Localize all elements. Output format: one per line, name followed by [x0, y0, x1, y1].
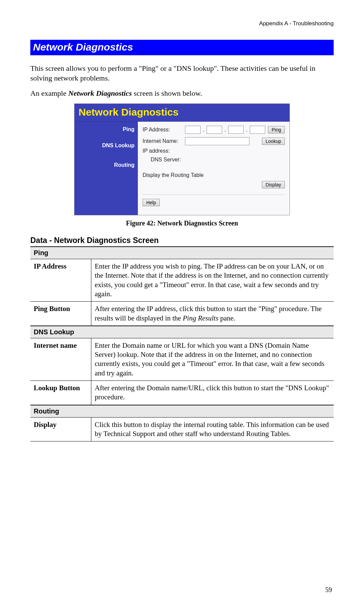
intro-paragraph-1: This screen allows you to perform a "Pin… [30, 63, 334, 83]
data-table-heading: Data - Network Diagnostics Screen [30, 236, 334, 245]
netdiag-title: Network Diagnostics [74, 104, 290, 122]
row-ip-address-val: Enter the IP address you wish to ping. T… [91, 259, 334, 302]
dns-ip-label: IP address: [143, 148, 183, 154]
row-internet-name-val: Enter the Domain name or URL for which y… [91, 338, 334, 380]
row-display-key: Display [30, 417, 91, 441]
side-label-ping: Ping [77, 126, 134, 132]
help-button[interactable]: Help [143, 199, 160, 206]
data-table: Ping IP Address Enter the IP address you… [30, 246, 334, 441]
ip-dot-icon: . [246, 127, 248, 133]
ping-ip-octet-1[interactable] [185, 126, 201, 134]
display-button[interactable]: Display [262, 181, 285, 188]
row-lookup-button-key: Lookup Button [30, 381, 91, 405]
row-ping-button-val: After entering the IP address, click thi… [91, 302, 334, 326]
netdiag-sidebar: Ping DNS Lookup Routing [74, 122, 138, 215]
section-banner: Network Diagnostics [30, 40, 334, 55]
row-ping-button-em: Ping Results [183, 314, 218, 322]
section-dns: DNS Lookup [30, 326, 334, 338]
divider [143, 194, 285, 195]
ping-button[interactable]: Ping [268, 126, 285, 133]
row-display-val: Click this button to display the interna… [91, 417, 334, 441]
ping-ip-octet-3[interactable] [228, 126, 244, 134]
row-lookup-button-val: After entering the Domain name/URL, clic… [91, 381, 334, 405]
dns-name-label: Internet Name: [143, 138, 183, 144]
figure-caption: Figure 42: Network Diagnostics Screen [74, 219, 290, 227]
ip-dot-icon: . [203, 127, 205, 133]
section-routing: Routing [30, 405, 334, 418]
row-ip-address-key: IP Address [30, 259, 91, 302]
figure-network-diagnostics: Network Diagnostics Ping DNS Lookup Rout… [74, 103, 290, 227]
netdiag-main: IP Address: . . . Ping Internet Name: Lo… [138, 122, 290, 215]
intro-p2-em: Network Diagnostics [68, 89, 132, 97]
ping-ip-octet-4[interactable] [250, 126, 265, 134]
dns-server-label: DNS Server: [151, 157, 181, 163]
ping-ip-label: IP Address: [143, 127, 183, 133]
row-internet-name-key: Internet name [30, 338, 91, 380]
ping-ip-octet-2[interactable] [207, 126, 222, 134]
section-ping: Ping [30, 247, 334, 259]
lookup-button[interactable]: Lookup [262, 137, 285, 145]
side-label-dns: DNS Lookup [77, 143, 134, 149]
breadcrumb: Appendix A - Troubleshooting [30, 20, 334, 27]
page-number: 59 [325, 586, 332, 594]
intro-p2-post: screen is shown below. [132, 89, 202, 97]
routing-label: Display the Routing Table [143, 172, 204, 178]
ip-dot-icon: . [224, 127, 226, 133]
row-ping-button-post: pane. [218, 314, 235, 322]
netdiag-window: Network Diagnostics Ping DNS Lookup Rout… [74, 103, 290, 215]
intro-paragraph-2: An example Network Diagnostics screen is… [30, 88, 334, 98]
dns-name-input[interactable] [185, 137, 249, 145]
row-ping-button-key: Ping Button [30, 302, 91, 326]
side-label-routing: Routing [77, 162, 134, 168]
intro-p2-pre: An example [30, 89, 68, 97]
